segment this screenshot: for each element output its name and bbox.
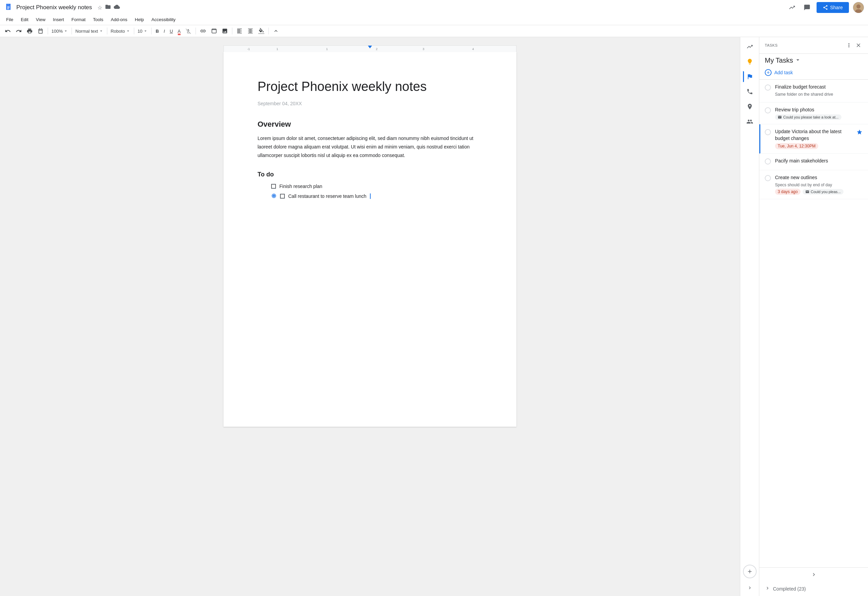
task-content-3: Update Victoria about the latest budget … (775, 128, 852, 149)
task-content-2: Review trip photos Could you please take… (775, 106, 862, 120)
document-title: Project Phoenix weekly notes (16, 4, 92, 11)
google-docs-icon (4, 3, 13, 12)
completed-label: Completed (23) (773, 586, 806, 592)
section-todo-title: To do (258, 171, 483, 178)
task-chip-date-3: Tue, Jun 4, 12:30PM (775, 143, 818, 149)
add-task-button[interactable]: Add task (759, 66, 868, 80)
paintbucket-button[interactable] (256, 27, 266, 35)
sidebar-item-contacts[interactable] (743, 85, 757, 99)
document-area[interactable]: -1 1 1 2 3 4 Project Phoenix weekly note… (0, 37, 740, 596)
svg-point-6 (856, 4, 861, 9)
list-item: Create new outlines Specs should out by … (759, 170, 868, 199)
underline-button[interactable]: U (168, 27, 175, 35)
task-complete-checkbox-3[interactable] (765, 129, 771, 135)
overview-paragraph[interactable]: Lorem ipsum dolor sit amet, consectetuer… (258, 134, 483, 160)
align-center-button[interactable] (245, 27, 255, 35)
menu-help[interactable]: Help (131, 16, 148, 24)
completed-section[interactable]: Completed (23) (759, 581, 868, 596)
tasks-panel: TASKS My Tasks Add task (759, 37, 868, 596)
toolbar-divider-4 (134, 28, 134, 34)
task-title-3[interactable]: Update Victoria about the latest budget … (775, 128, 852, 142)
task-complete-checkbox-4[interactable] (765, 158, 771, 164)
tasks-more-button[interactable] (845, 41, 853, 49)
document-date: September 04, 20XX (258, 101, 483, 106)
image-button[interactable] (220, 27, 230, 35)
user-avatar[interactable] (853, 2, 864, 13)
align-left-button[interactable] (235, 27, 245, 35)
add-task-label: Add task (774, 70, 793, 75)
tasks-title-row: My Tasks (759, 54, 868, 66)
top-bar: Project Phoenix weekly notes ☆ Share (0, 0, 868, 37)
task-chip-email-2[interactable]: Could you please take a look at... (775, 114, 841, 120)
task-content-1: Finalize budget forecast Same folder on … (775, 84, 862, 98)
font-select[interactable]: Roboto (109, 27, 132, 35)
task-title-5[interactable]: Create new outlines (775, 174, 862, 181)
todo-list: Finish research plan Call restaurant to … (258, 184, 483, 199)
task-star-3[interactable] (856, 129, 862, 136)
task-chips-5: 3 days ago Could you pleas... (775, 189, 862, 195)
task-title-4[interactable]: Pacify main stakeholders (775, 158, 862, 164)
menu-addons[interactable]: Add-ons (107, 16, 130, 24)
paintformat-button[interactable] (35, 27, 46, 35)
svg-rect-2 (7, 6, 10, 7)
zoom-select[interactable]: 100% (50, 27, 69, 35)
expand-toolbar-button[interactable] (271, 27, 281, 35)
document-page[interactable]: Project Phoenix weekly notes September 0… (223, 52, 517, 427)
task-chips-3: Tue, Jun 4, 12:30PM (775, 143, 852, 149)
fontsize-select[interactable]: 10 (136, 27, 149, 35)
table-button[interactable] (209, 27, 219, 35)
checkbox-1[interactable] (271, 184, 276, 189)
task-complete-checkbox-5[interactable] (765, 175, 771, 181)
sidebar-item-keep[interactable] (743, 55, 757, 68)
print-button[interactable] (25, 27, 35, 35)
menu-edit[interactable]: Edit (18, 16, 32, 24)
trending-button[interactable] (787, 2, 797, 13)
bold-button[interactable]: B (154, 27, 161, 35)
textcolor-button[interactable]: A (176, 27, 183, 35)
italic-button[interactable]: I (162, 27, 167, 35)
svg-rect-4 (7, 9, 9, 9)
menu-format[interactable]: Format (68, 16, 89, 24)
menu-insert[interactable]: Insert (49, 16, 68, 24)
checkbox-2[interactable] (280, 194, 285, 199)
cloud-icon[interactable] (114, 4, 120, 11)
list-item: Finalize budget forecast Same folder on … (759, 80, 868, 103)
tasks-panel-label: TASKS (765, 43, 778, 47)
sidebar-item-trending[interactable] (743, 40, 757, 53)
section-overview-title: Overview (258, 120, 483, 129)
tasks-panel-spacer (759, 323, 868, 567)
folder-icon[interactable] (105, 4, 111, 11)
sidebar-item-tasks[interactable] (743, 70, 757, 83)
collapse-tasks-panel-button[interactable] (810, 571, 818, 578)
undo-button[interactable] (3, 27, 13, 35)
comment-button[interactable] (802, 2, 812, 13)
menu-view[interactable]: View (32, 16, 49, 24)
title-icons: ☆ (97, 4, 120, 11)
list-item: Update Victoria about the latest budget … (759, 124, 868, 153)
sidebar-item-maps[interactable] (743, 100, 757, 114)
tasks-title-chevron[interactable] (794, 56, 801, 64)
add-app-button[interactable] (743, 565, 757, 578)
redo-button[interactable] (13, 27, 24, 35)
highlight-button[interactable] (183, 27, 193, 35)
star-icon[interactable]: ☆ (97, 4, 102, 11)
share-button[interactable]: Share (816, 2, 849, 13)
task-title-2[interactable]: Review trip photos (775, 106, 862, 114)
ruler-tab-stop (368, 46, 372, 49)
tasks-close-button[interactable] (855, 41, 862, 49)
menu-tools[interactable]: Tools (90, 16, 106, 24)
task-sub-1: Same folder on the shared drive (775, 92, 862, 97)
collapse-sidebar-button[interactable] (746, 584, 754, 592)
svg-rect-3 (7, 7, 10, 8)
task-title-1[interactable]: Finalize budget forecast (775, 84, 862, 91)
style-select[interactable]: Normal text (74, 27, 105, 35)
task-chip-email-5[interactable]: Could you pleas... (803, 189, 843, 195)
task-complete-checkbox-2[interactable] (765, 107, 771, 114)
menu-file[interactable]: File (3, 16, 17, 24)
task-add-inline-icon (271, 193, 277, 199)
link-button[interactable] (198, 27, 208, 35)
sidebar-item-people[interactable] (743, 115, 757, 128)
task-complete-checkbox-1[interactable] (765, 84, 771, 91)
menu-accessibility[interactable]: Accessibility (148, 16, 179, 24)
side-icon-panel (740, 37, 759, 596)
